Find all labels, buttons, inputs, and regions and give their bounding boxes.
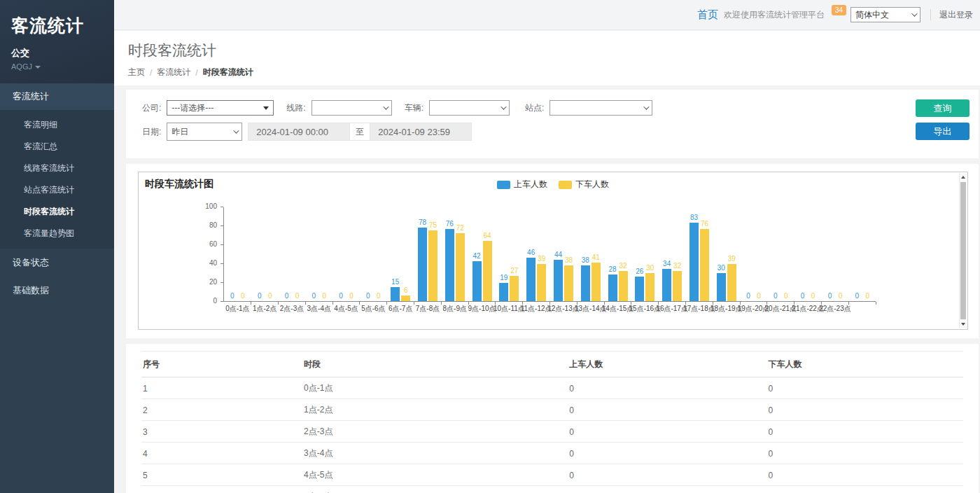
line-label: 线路: (286, 102, 305, 114)
company-label: 公司: (142, 102, 161, 114)
chevron-down-icon (383, 104, 388, 109)
sidebar-item[interactable]: 时段客流统计 (0, 201, 114, 223)
vehicle-select[interactable] (429, 100, 510, 116)
table-cell: 0 (766, 464, 963, 486)
bar: 27 (510, 276, 519, 301)
bar-group: 78757点-8点 (414, 207, 442, 301)
bar-group: 1566点-7点 (387, 207, 414, 301)
main-content: 公司: ---请选择--- 线路: 车辆: 站点: 日期: (114, 85, 980, 493)
bar-value-label: 42 (473, 252, 481, 260)
date-range-to-label: 至 (350, 123, 370, 141)
query-button[interactable]: 查询 (916, 99, 969, 117)
legend-item-alighting[interactable]: 下车人数 (559, 179, 609, 190)
breadcrumb-separator: / (195, 68, 197, 78)
org-code-dropdown[interactable]: AQGJ (11, 62, 104, 71)
bar: 34 (662, 269, 671, 301)
scrollbar-thumb[interactable] (960, 182, 966, 319)
export-button[interactable]: 导出 (916, 123, 969, 140)
table-cell: 5点-6点 (302, 486, 568, 493)
sidebar: 客流统计 公交 AQGJ 客流统计 客流明细客流汇总线路客流统计站点客流统计时段… (0, 0, 114, 493)
breadcrumb-home[interactable]: 主页 (128, 67, 145, 78)
chevron-down-icon (500, 104, 506, 109)
chart-scrollbar[interactable] (959, 173, 967, 328)
legend-swatch-yellow (559, 181, 572, 189)
bar-value-label: 30 (718, 264, 725, 272)
scroll-down-icon[interactable] (960, 320, 967, 328)
table-cell: 0 (568, 377, 766, 399)
bar: 42 (472, 261, 482, 301)
bar-value-label: 38 (565, 256, 573, 264)
bar-group: 837617点-18点 (686, 207, 713, 301)
bar-value-label: 76 (701, 220, 708, 228)
sidebar-item[interactable]: 客流量趋势图 (0, 223, 114, 244)
bar-value-label: 30 (646, 264, 654, 272)
start-date-input[interactable]: 2024-01-09 00:00 (248, 123, 350, 141)
bar-value-label: 76 (446, 220, 454, 228)
legend-item-boarding[interactable]: 上车人数 (497, 179, 547, 190)
bar-group: 343216点-17点 (659, 207, 686, 301)
table-header-index: 序号 (141, 352, 302, 377)
bar: 83 (690, 223, 699, 301)
sidebar-item[interactable]: 基础数据 (0, 277, 114, 305)
sidebar-item[interactable]: 设备状态 (0, 249, 114, 277)
topbar: 首页 欢迎使用客流统计管理平台 34 简体中文 退出登录 (114, 0, 980, 30)
sidebar-item[interactable]: 线路客流统计 (0, 158, 114, 179)
bar-value-label: 19 (500, 274, 507, 282)
chart-panel: 时段车流统计图 上车人数 下车人数 020406080100000点-1点001… (126, 164, 979, 338)
bar-value-label: 75 (429, 221, 437, 229)
bar: 39 (727, 264, 736, 301)
bar-group: 001点-2点 (251, 207, 279, 301)
scroll-up-icon[interactable] (960, 173, 967, 181)
org-name: 公交 (11, 47, 104, 60)
divider (930, 9, 931, 20)
bar: 15 (391, 287, 400, 301)
station-select[interactable] (550, 100, 652, 116)
bar-value-label: 44 (554, 251, 562, 258)
bar-group: 76728点-9点 (441, 207, 468, 301)
bar-value-label: 0 (241, 292, 245, 300)
table-cell: 4 (141, 443, 302, 464)
breadcrumb-passenger-stats[interactable]: 客流统计 (157, 67, 190, 78)
app-logo: 客流统计 (11, 14, 104, 37)
table-header-period: 时段 (302, 352, 568, 377)
bar: 39 (537, 264, 546, 301)
company-select[interactable]: ---请选择--- (167, 100, 274, 116)
table-row: 54点-5点00 (141, 464, 963, 486)
end-date-input[interactable]: 2024-01-09 23:59 (370, 123, 472, 141)
bar: 38 (564, 265, 573, 301)
bar-group: 283214点-15点 (604, 207, 631, 301)
language-select[interactable]: 简体中文 (850, 7, 920, 22)
bar: 32 (619, 271, 628, 301)
sidebar-item-passenger-stats[interactable]: 客流统计 (0, 83, 114, 110)
x-axis-label: 2点-3点 (280, 304, 304, 314)
station-label: 站点: (525, 102, 544, 114)
table-cell: 0 (766, 486, 963, 493)
home-link[interactable]: 首页 (697, 8, 718, 22)
table-cell: 1点-2点 (302, 399, 568, 421)
chevron-down-icon (234, 127, 239, 133)
bar: 46 (526, 258, 536, 301)
logout-link[interactable]: 退出登录 (939, 9, 973, 21)
bar-group: 004点-5点 (332, 207, 360, 301)
bar-group: 0023点-24点 (848, 207, 876, 301)
bar: 44 (554, 260, 563, 301)
line-select[interactable] (312, 100, 392, 116)
period-stats-table: 序号 时段 上车人数 下车人数 10点-1点0021点-2点0032点-3点00… (141, 351, 963, 493)
welcome-text: 欢迎使用客流统计管理平台 (724, 9, 825, 21)
bar-value-label: 34 (663, 260, 671, 268)
bar-value-label: 0 (811, 292, 816, 300)
bar: 28 (608, 275, 617, 301)
sidebar-submenu: 客流明细客流汇总线路客流统计站点客流统计时段客流统计客流量趋势图 (0, 110, 114, 249)
sidebar-item[interactable]: 站点客流统计 (0, 179, 114, 201)
filter-panel: 公司: ---请选择--- 线路: 车辆: 站点: 日期: (126, 90, 979, 158)
bar-value-label: 0 (828, 292, 832, 300)
bar: 76 (700, 229, 709, 301)
bar-value-label: 0 (268, 292, 272, 300)
sidebar-item[interactable]: 客流明细 (0, 114, 114, 136)
bar-value-label: 0 (757, 292, 761, 300)
bar-value-label: 0 (285, 292, 289, 300)
date-preset-select[interactable]: 昨日 (167, 123, 242, 141)
sidebar-item[interactable]: 客流汇总 (0, 136, 114, 158)
bar: 78 (418, 228, 427, 301)
bar: 75 (428, 230, 438, 301)
